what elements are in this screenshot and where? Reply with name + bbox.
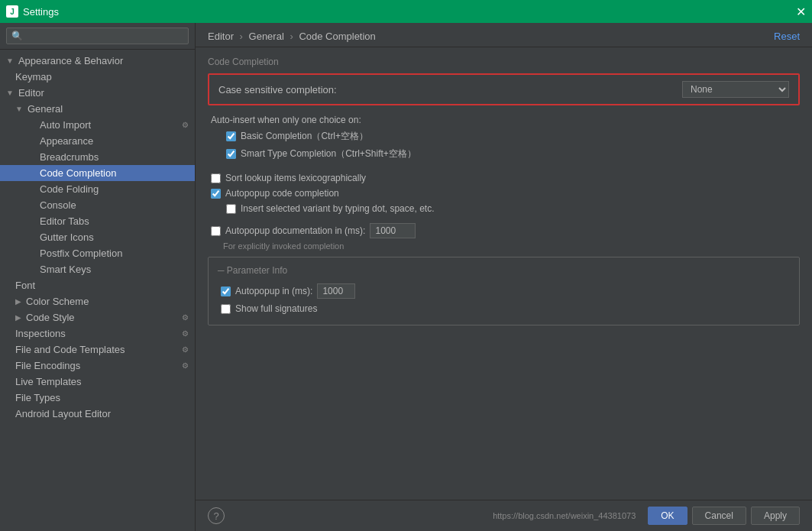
title-bar-title: Settings [23,6,59,18]
ok-button[interactable]: OK [648,507,687,525]
show-full-label[interactable]: Show full signatures [235,303,317,314]
sidebar-item-color-scheme[interactable]: ▶Color Scheme [0,293,195,309]
help-button[interactable]: ? [208,507,225,524]
watermark: https://blog.csdn.net/weixin_44381073 [493,511,636,520]
smart-type-checkbox[interactable] [226,149,236,159]
case-sensitive-dropdown[interactable]: NoneFirst letterAll [682,81,789,98]
sidebar-item-label: Code Completion [40,167,116,179]
sidebar-item-code-style[interactable]: ▶Code Style⚙ [0,309,195,325]
breadcrumb: Editor › General › Code Completion [208,31,376,42]
sidebar-item-file-types[interactable]: File Types [0,390,195,406]
sidebar-tree: ▼Appearance & BehaviorKeymap▼Editor▼Gene… [0,50,195,531]
insert-selected-row: Insert selected variant by typing dot, s… [208,202,800,215]
autopopup-label[interactable]: Autopopup code completion [225,188,339,199]
bottom-bar: ? https://blog.csdn.net/weixin_44381073 … [196,500,812,531]
arrow-icon: ▼ [15,105,23,113]
autopopup-row: Autopopup code completion [208,186,800,200]
sidebar-item-badge: ⚙ [182,361,189,370]
panel-header: Editor › General › Code Completion Reset [196,23,812,47]
autopopup-doc-checkbox[interactable] [211,226,221,236]
basic-completion-row: Basic Completion（Ctrl+空格） [208,128,800,144]
case-sensitive-label: Case sensitive completion: [218,84,337,96]
reset-link[interactable]: Reset [774,31,800,42]
param-autopopup-row: Autopopup in (ms): [218,282,790,300]
sidebar-item-editor-tabs[interactable]: Editor Tabs [0,213,195,229]
smart-type-label[interactable]: Smart Type Completion（Ctrl+Shift+空格） [241,147,416,160]
sidebar-item-file-encodings[interactable]: File Encodings⚙ [0,358,195,374]
autopopup-doc-label[interactable]: Autopopup documentation in (ms): [225,225,365,236]
sidebar-item-code-folding[interactable]: Code Folding [0,181,195,197]
param-autopopup-checkbox[interactable] [221,287,231,296]
show-full-checkbox[interactable] [221,304,231,314]
sidebar-item-editor[interactable]: ▼Editor [0,85,195,101]
breadcrumb-part-2: General [249,31,284,42]
sidebar-item-badge: ⚙ [182,345,189,354]
sidebar: ▼Appearance & BehaviorKeymap▼Editor▼Gene… [0,23,196,531]
basic-completion-checkbox[interactable] [226,131,236,141]
dialog: ▼Appearance & BehaviorKeymap▼Editor▼Gene… [0,23,812,531]
main-panel: Editor › General › Code Completion Reset… [196,23,812,531]
sidebar-item-label: Android Layout Editor [15,408,111,419]
sidebar-item-inspections[interactable]: Inspections⚙ [0,325,195,342]
sidebar-item-badge: ⚙ [182,329,189,338]
title-bar: J Settings ✕ [0,0,812,23]
panel-content: Code Completion Case sensitive completio… [196,47,812,500]
sidebar-item-file-and-code-templates[interactable]: File and Code Templates⚙ [0,342,195,358]
sidebar-item-label: Smart Keys [40,264,91,275]
sidebar-item-label: Postfix Completion [40,248,122,259]
param-autopopup-label[interactable]: Autopopup in (ms): [235,286,312,296]
sidebar-item-label: File and Code Templates [15,344,125,355]
param-autopopup-value[interactable] [317,283,355,299]
apply-button[interactable]: Apply [751,507,800,525]
sidebar-item-keymap[interactable]: Keymap [0,69,195,85]
arrow-icon: ▶ [15,313,21,322]
sidebar-item-font[interactable]: Font [0,277,195,293]
breadcrumb-part-1: Editor [208,31,234,42]
insert-selected-checkbox[interactable] [226,204,236,214]
autopopup-doc-row: Autopopup documentation in (ms): [208,222,800,240]
auto-insert-label-row: Auto-insert when only one choice on: [208,113,800,127]
sidebar-item-live-templates[interactable]: Live Templates [0,374,195,390]
sidebar-item-smart-keys[interactable]: Smart Keys [0,261,195,277]
sidebar-item-label: Editor [18,87,44,99]
cancel-button[interactable]: Cancel [692,507,746,525]
sidebar-item-code-completion[interactable]: Code Completion [0,165,195,181]
sidebar-item-label: Code Folding [40,183,99,195]
sidebar-item-label: Breadcrumbs [40,151,99,163]
sidebar-item-android-layout-editor[interactable]: Android Layout Editor [0,406,195,422]
breadcrumb-sep-2: › [290,31,296,42]
sidebar-item-label: Console [40,199,76,211]
sidebar-item-label: Editor Tabs [40,215,89,227]
close-button[interactable]: ✕ [796,5,806,19]
autopopup-doc-value[interactable] [370,223,416,238]
for-explicit-label: For explicitly invoked completion [208,241,800,251]
sort-lookup-label[interactable]: Sort lookup items lexicographically [225,173,366,183]
arrow-icon: ▼ [6,89,14,97]
search-input[interactable] [6,28,189,44]
sidebar-item-label: Appearance & Behavior [18,55,123,66]
sidebar-item-label: Auto Import [40,119,91,131]
insert-selected-label[interactable]: Insert selected variant by typing dot, s… [241,203,434,214]
sort-lookup-row: Sort lookup items lexicographically [208,171,800,185]
sidebar-item-console[interactable]: Console [0,197,195,213]
sidebar-item-label: Keymap [15,71,52,83]
sort-lookup-checkbox[interactable] [211,173,221,183]
auto-insert-group: Auto-insert when only one choice on: Bas… [208,113,800,162]
show-full-row: Show full signatures [218,302,790,316]
parameter-info-box: ─ Parameter Info Autopopup in (ms): Show… [208,257,800,325]
basic-completion-label[interactable]: Basic Completion（Ctrl+空格） [241,130,368,143]
sidebar-item-label: File Encodings [15,360,80,371]
sidebar-item-badge: ⚙ [182,313,189,322]
sidebar-item-appearance[interactable]: Appearance [0,133,195,149]
sidebar-item-postfix-completion[interactable]: Postfix Completion [0,245,195,261]
section-label: Code Completion [208,57,800,67]
sidebar-item-general[interactable]: ▼General [0,101,195,117]
app-icon: J [6,5,18,18]
sidebar-item-appearance-behavior[interactable]: ▼Appearance & Behavior [0,53,195,69]
autopopup-checkbox[interactable] [211,189,221,199]
sidebar-item-breadcrumbs[interactable]: Breadcrumbs [0,149,195,165]
sidebar-item-label: Font [15,280,35,291]
sidebar-item-auto-import[interactable]: Auto Import⚙ [0,117,195,133]
sidebar-item-badge: ⚙ [182,121,189,129]
sidebar-item-gutter-icons[interactable]: Gutter Icons [0,229,195,245]
